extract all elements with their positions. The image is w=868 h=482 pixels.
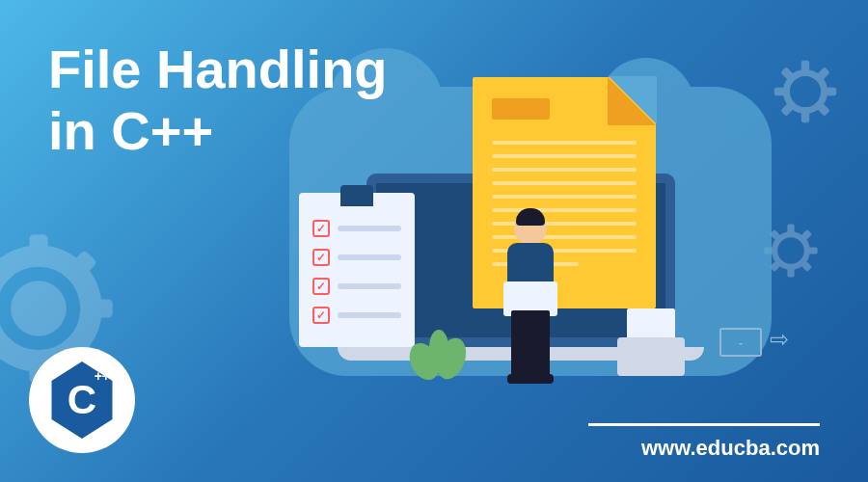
checklist-row: ✓ [312,220,401,237]
logo-letter: C [68,377,96,423]
svg-rect-11 [801,61,809,71]
gear-icon-bg-top-right [772,58,839,125]
svg-rect-23 [808,247,818,254]
svg-point-30 [429,330,448,364]
printer-body [617,337,685,376]
printer-icon [617,308,704,376]
c-logo-icon: C ++ [48,362,116,439]
check-line [338,312,401,318]
page-title: File Handling in C++ [48,39,388,163]
svg-rect-12 [801,112,809,122]
document-tag [492,98,550,120]
title-line-1: File Handling [48,39,388,100]
svg-point-0 [11,281,67,336]
brand-logo: C ++ [29,347,135,453]
watermark-url: www.educba.com [588,423,820,461]
person-legs [511,310,550,378]
checklist-row: ✓ [312,307,401,324]
check-line [338,226,401,231]
clipboard-clip [340,185,373,206]
check-icon: ✓ [312,249,330,266]
person-body [507,243,554,310]
svg-rect-20 [787,224,794,233]
title-line-2: in C++ [48,100,388,162]
svg-rect-21 [787,268,794,278]
check-line [338,254,401,260]
check-icon: ✓ [312,220,330,237]
check-icon: ✓ [312,278,330,295]
document-fold [609,76,657,124]
checklist-clipboard-icon: ✓ ✓ ✓ ✓ [299,193,415,347]
envelope-icon [719,328,762,357]
logo-plus: ++ [95,371,110,381]
send-arrow-icon: ⇨ [770,326,789,353]
person-head [514,212,547,245]
check-icon: ✓ [312,307,330,324]
plant-icon [405,318,473,386]
svg-point-10 [786,72,824,110]
checklist-row: ✓ [312,249,401,266]
person-icon [492,212,569,386]
paper-output [627,308,675,341]
svg-rect-14 [826,88,836,95]
checklist-row: ✓ [312,278,401,295]
check-line [338,283,401,289]
